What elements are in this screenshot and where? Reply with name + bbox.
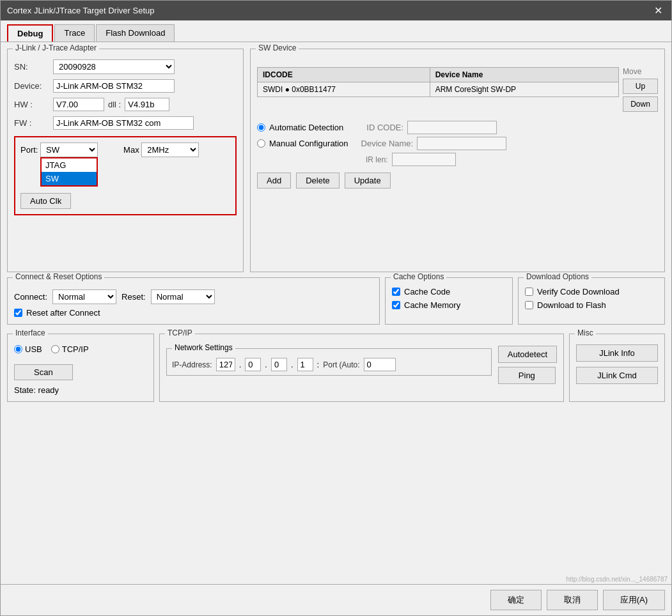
max-select[interactable]: 2MHz — [141, 142, 199, 157]
tcpip-option: TCP/IP — [51, 344, 89, 354]
download-options-group: Download Options Verify Code Download Do… — [518, 277, 665, 325]
tab-debug[interactable]: Debug — [7, 24, 53, 42]
usb-option: USB — [14, 344, 42, 354]
device-input[interactable] — [53, 79, 175, 93]
title-bar: Cortex JLink/JTrace Target Driver Setup … — [1, 1, 671, 20]
verify-code-label: Verify Code Download — [537, 287, 620, 296]
reset-after-connect-row: Reset after Connect — [14, 308, 373, 318]
ip-octet-4[interactable] — [297, 358, 313, 371]
confirm-button[interactable]: 确定 — [490, 590, 542, 610]
ir-len-input[interactable] — [392, 153, 456, 166]
delete-button[interactable]: Delete — [296, 173, 340, 189]
update-button[interactable]: Update — [345, 173, 391, 189]
interface-title: Interface — [13, 328, 48, 337]
ip-octet-2[interactable] — [245, 358, 261, 371]
sn-select[interactable]: 20090928 — [53, 59, 175, 74]
idcode-label: ID CODE: — [366, 123, 403, 132]
sn-row: SN: 20090928 — [14, 59, 237, 74]
swdi-idcode: SWDI ● 0x0BB11477 — [258, 82, 430, 97]
col-devname: Device Name — [430, 68, 618, 82]
cancel-button[interactable]: 取消 — [547, 590, 598, 610]
device-label: Device: — [14, 81, 49, 91]
hw-label: HW : — [14, 100, 49, 109]
interface-radio-group: USB TCP/IP — [14, 344, 147, 354]
move-down-button[interactable]: Down — [623, 96, 658, 112]
fw-input[interactable] — [53, 116, 194, 130]
jlink-cmd-button[interactable]: JLink Cmd — [576, 367, 658, 384]
close-button[interactable]: ✕ — [652, 4, 665, 17]
auto-clk-button[interactable]: Auto Clk — [20, 193, 71, 209]
tcpip-group: TCP/IP Network Settings IP-Address: . . … — [159, 334, 564, 402]
usb-radio[interactable] — [14, 345, 22, 353]
device-row: Device: — [14, 79, 237, 93]
port-select[interactable]: SW — [40, 142, 98, 157]
idcode-value: 0x0BB11477 — [292, 85, 336, 94]
tab-bar: Debug Trace Flash Download — [1, 20, 671, 42]
reset-select[interactable]: Normal Software Hardware — [151, 289, 215, 304]
fw-label: FW : — [14, 118, 49, 128]
port-label-text: Port: — [20, 145, 38, 155]
connect-select[interactable]: Normal Under Reset Pre-reset — [52, 289, 116, 304]
tcpip-inner: Network Settings IP-Address: . . . : Por… — [166, 339, 557, 384]
connect-row: Connect: Normal Under Reset Pre-reset Re… — [14, 289, 373, 304]
cache-code-label: Cache Code — [404, 287, 450, 296]
reset-label: Reset: — [121, 292, 146, 302]
tab-flash-download[interactable]: Flash Download — [96, 24, 175, 42]
hw-input[interactable] — [53, 98, 104, 111]
device-name-input[interactable] — [417, 137, 506, 150]
manual-config-row: Manual Configuration Device Name: — [257, 137, 658, 150]
cache-memory-label: Cache Memory — [404, 300, 460, 310]
download-to-flash-checkbox[interactable] — [525, 301, 533, 309]
tab-trace[interactable]: Trace — [54, 24, 95, 42]
dll-input[interactable] — [125, 98, 169, 111]
state-text: State: ready — [14, 385, 147, 395]
sw-action-buttons: Add Delete Update — [257, 173, 658, 189]
jlink-info-button[interactable]: JLink Info — [576, 344, 658, 362]
watermark: http://blog.csdn.net/xin..._14686787 — [1, 574, 671, 584]
sw-device-inner: IDCODE Device Name SWDI ● 0x0BB11477 — [257, 54, 658, 112]
move-up-button[interactable]: Up — [623, 79, 658, 94]
add-button[interactable]: Add — [257, 173, 291, 189]
col-idcode: IDCODE — [258, 68, 430, 82]
sw-device-buttons: Move Up Down — [623, 54, 658, 112]
move-label: Move — [623, 67, 658, 76]
tcpip-radio[interactable] — [51, 345, 59, 353]
max-label: Max — [123, 145, 139, 155]
port-input[interactable] — [364, 358, 396, 371]
sw-device-table: IDCODE Device Name SWDI ● 0x0BB11477 — [257, 67, 619, 97]
auto-detect-label: Automatic Detection — [269, 123, 343, 132]
sw-detection: Automatic Detection ID CODE: Manual Conf… — [257, 121, 658, 166]
sw-device-title: SW Device — [256, 43, 299, 52]
cache-code-checkbox[interactable] — [392, 288, 400, 296]
download-options-title: Download Options — [524, 272, 591, 281]
cache-memory-checkbox[interactable] — [392, 301, 400, 309]
port-option-jtag[interactable]: JTAG — [42, 158, 97, 172]
autodetect-button[interactable]: Autodetect — [498, 346, 557, 363]
reset-after-connect-checkbox[interactable] — [14, 309, 22, 317]
apply-button[interactable]: 应用(A) — [603, 590, 665, 610]
tcpip-title: TCP/IP — [165, 328, 195, 337]
port-option-sw[interactable]: SW — [42, 172, 97, 185]
cache-options-group: Cache Options Cache Code Cache Memory — [385, 277, 513, 325]
tcpip-label: TCP/IP — [62, 344, 89, 354]
misc-buttons: JLink Info JLink Cmd — [576, 344, 658, 384]
ping-button[interactable]: Ping — [498, 367, 556, 384]
table-row[interactable]: SWDI ● 0x0BB11477 ARM CoreSight SW-DP — [258, 82, 619, 97]
verify-code-checkbox[interactable] — [525, 288, 533, 296]
port-auto-label: Port (Auto: — [323, 360, 359, 369]
auto-detect-radio[interactable] — [257, 123, 265, 132]
jlink-adapter-group: J-Link / J-Trace Adapter SN: 20090928 De… — [7, 49, 244, 272]
reset-after-connect-label: Reset after Connect — [26, 308, 100, 318]
cache-options-title: Cache Options — [391, 272, 446, 281]
ip-octet-1[interactable] — [216, 358, 235, 371]
idcode-input[interactable] — [407, 121, 497, 134]
swdi-prefix: SWDI ● — [263, 85, 290, 94]
ip-octet-3[interactable] — [271, 358, 287, 371]
manual-config-radio[interactable] — [257, 139, 265, 148]
device-name-field-label: Device Name: — [361, 139, 414, 148]
ip-row: IP-Address: . . . : Port (Auto: — [172, 358, 486, 371]
scan-button[interactable]: Scan — [14, 364, 73, 380]
network-settings-title: Network Settings — [172, 343, 235, 352]
jlink-adapter-title: J-Link / J-Trace Adapter — [13, 43, 99, 52]
fw-row: FW : — [14, 116, 237, 130]
